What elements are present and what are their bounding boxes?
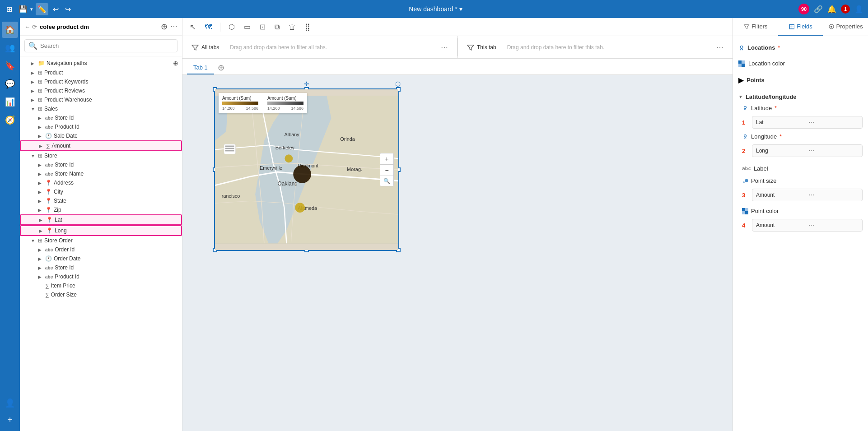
lat-more-btn[interactable]: ⋯ xyxy=(808,119,859,126)
city-label: City xyxy=(54,189,63,195)
sidebar-item-sales[interactable]: ▼ ⊞ Sales xyxy=(20,104,182,113)
sidebar-item-city[interactable]: ▶ 📍 City xyxy=(20,187,182,196)
sidebar-item-so-store-id[interactable]: ▶ abc Store Id xyxy=(20,263,182,272)
point-color-more-btn[interactable]: ⋯ xyxy=(808,222,859,229)
sidebar-item-lat[interactable]: ▶ 📍 Lat xyxy=(20,214,182,225)
long-value-box[interactable]: Long ⋯ xyxy=(752,144,863,157)
sidebar-item-address[interactable]: ▶ 📍 Address xyxy=(20,178,182,187)
point-color-value-box[interactable]: Amount ⋯ xyxy=(752,219,863,232)
point-size-value-box[interactable]: Amount ⋯ xyxy=(752,189,863,201)
sidebar-item-store-order[interactable]: ▼ ⊞ Store Order xyxy=(20,236,182,245)
sidebar-item-product[interactable]: ▶ ⊞ Product xyxy=(20,68,182,77)
sidebar-item-zip[interactable]: ▶ 📍 Zip xyxy=(20,205,182,214)
sidebar-item-product-id[interactable]: ▶ abc Product Id xyxy=(20,122,182,131)
tab-properties[interactable]: Properties xyxy=(823,18,868,36)
nav-add[interactable]: ＋ xyxy=(2,411,18,427)
tab-fields[interactable]: Fields xyxy=(778,18,823,36)
zoom-out-btn[interactable]: − xyxy=(380,165,393,176)
distribute-tool[interactable]: ⣿ xyxy=(302,21,313,33)
save-dropdown[interactable]: ▾ xyxy=(30,6,33,12)
user-icon[interactable]: 👤 xyxy=(854,5,863,14)
sidebar-search-area: 🔍 xyxy=(20,36,182,56)
sidebar-item-store-id[interactable]: ▶ abc Store Id xyxy=(20,113,182,122)
sidebar-item-product-warehouse[interactable]: ▶ ⊞ Product Warehouse xyxy=(20,95,182,104)
cursor-tool[interactable]: ↖ xyxy=(187,21,198,33)
layers-tool[interactable]: ⧉ xyxy=(272,21,282,33)
undo-icon[interactable]: ↩ xyxy=(51,3,61,15)
rectangle-tool[interactable]: ▭ xyxy=(241,21,253,33)
tab-1[interactable]: Tab 1 xyxy=(187,61,214,74)
nav-bookmark[interactable]: 🔖 xyxy=(2,58,18,74)
lat-number: 1 xyxy=(742,119,749,126)
trash-tool[interactable]: 🗑 xyxy=(286,21,299,33)
user-badge[interactable]: 90 xyxy=(798,4,809,14)
long-value: Long xyxy=(756,148,807,154)
points-header[interactable]: ▶ Points xyxy=(738,73,863,87)
expand-arrow: ▶ xyxy=(38,190,45,195)
nav-user-bottom[interactable]: 👤 xyxy=(2,395,18,411)
date-icon: 🕐 xyxy=(45,255,52,262)
nav-home[interactable]: 🏠 xyxy=(2,22,18,38)
locations-header[interactable]: Locations * xyxy=(738,42,863,54)
add-nav-btn[interactable]: ⊕ xyxy=(173,60,178,67)
sidebar-item-long[interactable]: ▶ 📍 Long xyxy=(20,225,182,236)
sidebar-item-nav-paths[interactable]: ▶ 📁 Navigation paths ⊕ xyxy=(20,58,182,68)
sidebar-item-store[interactable]: ▼ ⊞ Store xyxy=(20,151,182,160)
sidebar-item-store-name[interactable]: ▶ abc Store Name xyxy=(20,169,182,178)
sidebar-item-sale-date[interactable]: ▶ 🕐 Sale Date xyxy=(20,131,182,140)
all-tabs-more[interactable]: ⋯ xyxy=(441,43,448,51)
sidebar-item-store-store-id[interactable]: ▶ abc Store Id xyxy=(20,160,182,169)
sidebar-item-item-price[interactable]: ▶ ∑ Item Price xyxy=(20,281,182,290)
dropdown-icon[interactable]: ▾ xyxy=(459,5,462,13)
color-sq-tr xyxy=(742,60,745,64)
grid-icon[interactable]: ⊞ xyxy=(5,3,14,15)
svg-text:Emeryville: Emeryville xyxy=(260,165,282,171)
add-datasource-btn[interactable]: ⊕ xyxy=(161,22,168,32)
zoom-in-btn[interactable]: + xyxy=(380,153,393,165)
point-size-label: Point size xyxy=(751,177,776,184)
nav-back[interactable]: ← xyxy=(24,23,30,30)
search-input[interactable] xyxy=(40,42,173,49)
map-widget[interactable]: ✛ ⬡ Amount (Sum) 14,260 14,586 xyxy=(214,88,399,251)
long-more-btn[interactable]: ⋯ xyxy=(808,147,859,154)
sidebar-item-order-size[interactable]: ▶ ∑ Order Size xyxy=(20,290,182,299)
edit-icon[interactable]: ✏️ xyxy=(36,3,48,15)
redo-icon[interactable]: ↪ xyxy=(63,3,73,15)
nav-people[interactable]: 👥 xyxy=(2,40,18,56)
left-nav: 🏠 👥 🔖 💬 📊 🧭 👤 ＋ xyxy=(0,18,20,431)
nav-chat[interactable]: 💬 xyxy=(2,76,18,92)
sidebar-item-order-id[interactable]: ▶ abc Order Id xyxy=(20,245,182,254)
map-tool[interactable]: 🗺 xyxy=(202,21,215,33)
point-size-more-btn[interactable]: ⋯ xyxy=(808,191,859,199)
sidebar-item-amount[interactable]: ▶ ∑ Amount xyxy=(20,140,182,151)
sidebar-item-so-product-id[interactable]: ▶ abc Product Id xyxy=(20,272,182,281)
polygon-tool[interactable]: ⬡ xyxy=(226,21,238,33)
legend-cool-bar xyxy=(267,102,303,105)
sidebar-item-product-reviews[interactable]: ▶ ⊞ Product Reviews xyxy=(20,86,182,95)
expand-arrow: ▶ xyxy=(31,97,38,102)
sidebar-item-order-date[interactable]: ▶ 🕐 Order Date xyxy=(20,254,182,263)
sidebar-item-product-keywords[interactable]: ▶ ⊞ Product Keywords xyxy=(20,77,182,86)
this-tab-more[interactable]: ⋯ xyxy=(716,43,723,51)
store-label: Store xyxy=(44,153,57,159)
tab-filters[interactable]: Filters xyxy=(733,18,778,36)
location-icon: 📍 xyxy=(45,198,52,204)
zoom-search-btn[interactable]: 🔍 xyxy=(380,176,393,186)
svg-text:Orinda: Orinda xyxy=(340,136,355,142)
share-icon[interactable]: 🔗 xyxy=(814,5,823,14)
color-square-icon xyxy=(738,60,745,67)
crop-tool[interactable]: ⊡ xyxy=(257,21,268,33)
add-tab-btn[interactable]: ⊕ xyxy=(216,61,226,74)
lat-value-box[interactable]: Lat ⋯ xyxy=(752,116,863,129)
nav-compass[interactable]: 🧭 xyxy=(2,112,18,128)
nav-chart[interactable]: 📊 xyxy=(2,94,18,110)
latlong-header[interactable]: ▼ Latitude/longitude xyxy=(738,91,863,103)
nav-reload[interactable]: ⟳ xyxy=(32,23,37,30)
save-icon[interactable]: 💾 xyxy=(17,3,29,15)
more-btn[interactable]: ⋯ xyxy=(170,22,177,32)
bell-icon[interactable]: 🔔 xyxy=(827,5,836,14)
canvas-content[interactable]: ✛ ⬡ Amount (Sum) 14,260 14,586 xyxy=(182,75,733,431)
sidebar-item-state[interactable]: ▶ 📍 State xyxy=(20,196,182,205)
map-move-handle[interactable]: ✛ xyxy=(304,80,309,88)
map-expand-btn[interactable]: ⬡ xyxy=(395,80,401,88)
